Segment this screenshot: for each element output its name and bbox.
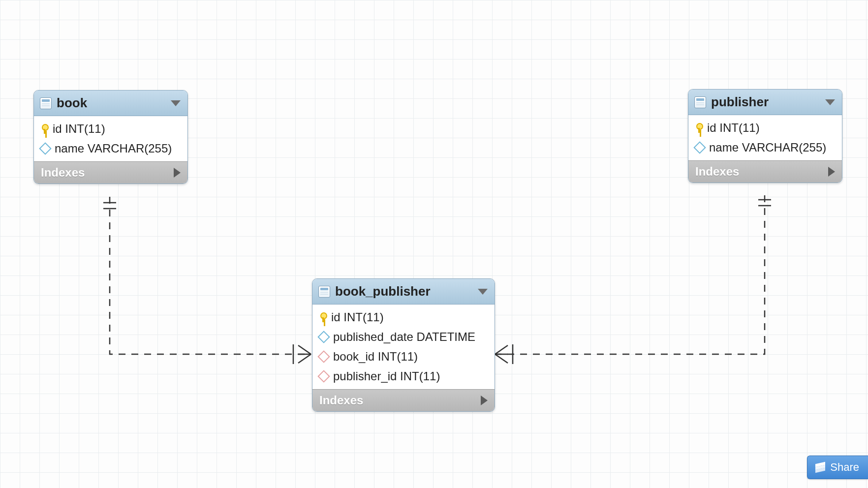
foreign-key-icon bbox=[317, 350, 330, 363]
entity-header[interactable]: book bbox=[34, 91, 187, 116]
svg-line-4 bbox=[298, 354, 311, 363]
entity-title: book_publisher bbox=[335, 284, 473, 299]
column-text: id INT(11) bbox=[707, 121, 760, 135]
entity-publisher[interactable]: publisher id INT(11) name VARCHAR(255) I… bbox=[688, 89, 842, 183]
column-row[interactable]: id INT(11) bbox=[34, 119, 187, 139]
relationship-lines bbox=[0, 0, 868, 488]
column-icon bbox=[317, 331, 330, 343]
column-list: id INT(11) name VARCHAR(255) bbox=[688, 115, 842, 160]
layers-icon bbox=[815, 463, 825, 472]
indexes-label: Indexes bbox=[41, 166, 85, 180]
entity-header[interactable]: publisher bbox=[688, 90, 842, 115]
column-text: name VARCHAR(255) bbox=[709, 141, 826, 154]
entity-book-publisher[interactable]: book_publisher id INT(11) published_date… bbox=[312, 278, 495, 412]
chevron-down-icon[interactable] bbox=[171, 100, 181, 106]
column-row[interactable]: name VARCHAR(255) bbox=[688, 138, 842, 157]
column-icon bbox=[39, 142, 51, 154]
column-text: publisher_id INT(11) bbox=[333, 369, 440, 383]
entity-title: book bbox=[57, 95, 166, 111]
column-text: name VARCHAR(255) bbox=[55, 142, 172, 155]
column-text: id INT(11) bbox=[331, 310, 384, 324]
column-row[interactable]: published_date DATETIME bbox=[312, 327, 495, 347]
expand-right-icon[interactable] bbox=[174, 168, 181, 178]
foreign-key-icon bbox=[317, 370, 330, 382]
er-diagram-canvas[interactable]: book id INT(11) name VARCHAR(255) Indexe… bbox=[0, 0, 868, 488]
svg-line-2 bbox=[298, 345, 311, 354]
indexes-section[interactable]: Indexes bbox=[34, 161, 187, 183]
expand-right-icon[interactable] bbox=[828, 167, 835, 177]
chevron-down-icon[interactable] bbox=[825, 99, 835, 105]
entity-book[interactable]: book id INT(11) name VARCHAR(255) Indexe… bbox=[33, 90, 188, 184]
primary-key-icon bbox=[319, 312, 326, 322]
column-list: id INT(11) published_date DATETIME book_… bbox=[312, 305, 495, 389]
table-icon bbox=[40, 97, 52, 109]
svg-line-10 bbox=[495, 354, 508, 363]
column-list: id INT(11) name VARCHAR(255) bbox=[34, 116, 187, 161]
share-label: Share bbox=[830, 461, 859, 474]
column-text: book_id INT(11) bbox=[333, 350, 418, 364]
column-row[interactable]: book_id INT(11) bbox=[312, 347, 495, 366]
primary-key-icon bbox=[41, 124, 48, 134]
column-row[interactable]: id INT(11) bbox=[312, 307, 495, 327]
indexes-section[interactable]: Indexes bbox=[688, 160, 842, 183]
indexes-section[interactable]: Indexes bbox=[312, 389, 495, 411]
entity-title: publisher bbox=[711, 94, 820, 110]
chevron-down-icon[interactable] bbox=[478, 289, 488, 295]
column-icon bbox=[693, 141, 706, 153]
column-text: published_date DATETIME bbox=[333, 330, 475, 344]
svg-line-8 bbox=[495, 345, 508, 354]
column-row[interactable]: id INT(11) bbox=[688, 118, 842, 138]
table-icon bbox=[318, 286, 330, 298]
column-row[interactable]: publisher_id INT(11) bbox=[312, 366, 495, 386]
share-button[interactable]: Share bbox=[807, 456, 868, 479]
primary-key-icon bbox=[695, 123, 702, 133]
column-text: id INT(11) bbox=[53, 122, 105, 136]
entity-header[interactable]: book_publisher bbox=[312, 279, 495, 305]
table-icon bbox=[694, 96, 706, 108]
indexes-label: Indexes bbox=[695, 165, 739, 179]
indexes-label: Indexes bbox=[319, 394, 363, 407]
expand-right-icon[interactable] bbox=[481, 396, 488, 405]
column-row[interactable]: name VARCHAR(255) bbox=[34, 139, 187, 158]
